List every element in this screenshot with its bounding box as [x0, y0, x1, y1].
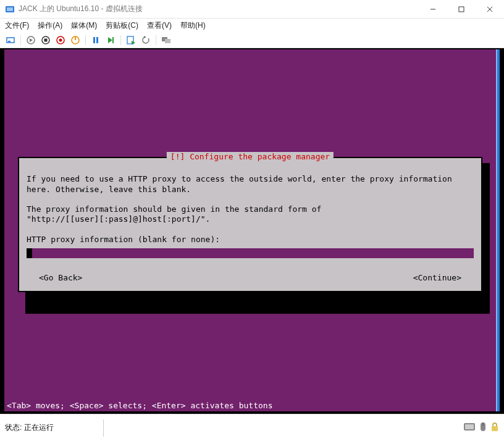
svg-rect-19	[112, 37, 114, 43]
shutdown-icon[interactable]	[54, 33, 67, 47]
continue-button[interactable]: <Continue>	[413, 273, 461, 282]
svg-rect-17	[96, 37, 98, 43]
dialog-line: If you need to use a HTTP proxy to acces…	[27, 174, 452, 183]
vm-display[interactable]: [!] Configure the package manager If you…	[0, 48, 504, 414]
minimize-button[interactable]	[419, 0, 447, 19]
window-title: JACK 上的 Ubuntu16.10 - 虚拟机连接	[19, 4, 419, 14]
enhanced-session-icon[interactable]	[159, 33, 173, 47]
checkpoint-icon[interactable]	[124, 33, 138, 47]
text-cursor	[27, 248, 32, 258]
status-text: 状态: 正在运行	[5, 422, 54, 433]
toolbar	[0, 32, 504, 48]
svg-rect-7	[8, 41, 10, 42]
maximize-button[interactable]	[447, 0, 476, 19]
http-proxy-input[interactable]	[27, 248, 474, 258]
menubar: 文件(F) 操作(A) 媒体(M) 剪贴板(C) 查看(V) 帮助(H)	[0, 19, 504, 32]
reset-icon[interactable]	[104, 33, 117, 47]
menu-help[interactable]: 帮助(H)	[180, 20, 206, 31]
svg-marker-22	[144, 36, 146, 38]
svg-rect-16	[93, 37, 95, 43]
pause-icon[interactable]	[89, 33, 103, 47]
menu-view[interactable]: 查看(V)	[147, 20, 172, 31]
go-back-button[interactable]: <Go Back>	[39, 273, 82, 282]
help-bar: <Tab> moves; <Space> selects; <Enter> ac…	[4, 400, 496, 411]
svg-marker-18	[108, 37, 112, 43]
svg-marker-9	[30, 38, 33, 42]
svg-rect-3	[459, 7, 464, 12]
close-button[interactable]	[476, 0, 504, 19]
svg-rect-24	[165, 39, 170, 43]
menu-file[interactable]: 文件(F)	[5, 20, 29, 31]
statusbar: 状态: 正在运行	[0, 414, 504, 441]
save-icon[interactable]	[69, 33, 82, 47]
dialog-text: If you need to use a HTTP proxy to acces…	[27, 164, 474, 245]
svg-rect-1	[7, 7, 13, 11]
app-icon	[5, 4, 15, 14]
keyboard-icon	[463, 422, 476, 433]
revert-icon[interactable]	[139, 33, 153, 47]
dialog-line: The proxy information should be given in…	[27, 204, 321, 214]
dialog-title: [!] Configure the package manager	[167, 152, 334, 161]
lock-icon	[490, 422, 499, 434]
status-sep	[103, 419, 104, 437]
window-titlebar: JACK 上的 Ubuntu16.10 - 虚拟机连接	[0, 0, 504, 19]
menu-clipboard[interactable]: 剪贴板(C)	[106, 20, 138, 31]
turnoff-icon[interactable]	[39, 33, 52, 47]
dialog-prompt: HTTP proxy information (blank for none):	[27, 235, 220, 244]
mouse-icon	[479, 422, 487, 434]
ctrl-alt-del-icon[interactable]	[4, 33, 17, 47]
installer-console: [!] Configure the package manager If you…	[4, 49, 500, 411]
package-manager-dialog: [!] Configure the package manager If you…	[18, 157, 482, 292]
host-edge-overlay	[496, 49, 500, 411]
menu-media[interactable]: 媒体(M)	[71, 20, 97, 31]
svg-point-13	[59, 38, 62, 41]
svg-rect-11	[44, 38, 48, 41]
dialog-line: "http://[[user][:pass]@]host[:port]/".	[27, 214, 210, 224]
svg-rect-26	[465, 424, 474, 429]
svg-rect-29	[492, 426, 498, 431]
menu-action[interactable]: 操作(A)	[38, 20, 62, 31]
dialog-line: here. Otherwise, leave this blank.	[27, 185, 191, 194]
start-icon[interactable]	[24, 33, 38, 47]
